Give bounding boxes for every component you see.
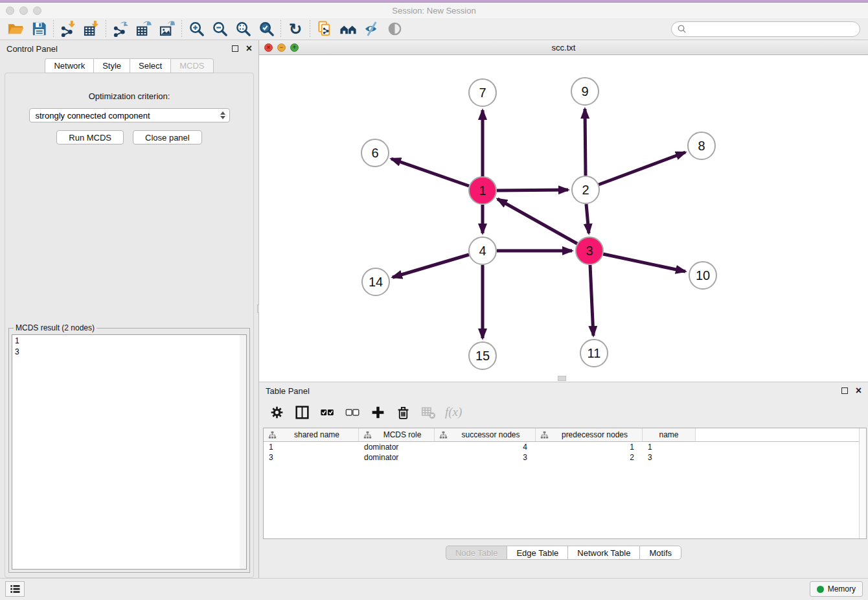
node-11[interactable]: 11 [580, 339, 608, 367]
toolbar-separator [181, 20, 182, 38]
node-4[interactable]: 4 [468, 237, 497, 265]
tab-style[interactable]: Style [93, 58, 130, 73]
cell-shared-name[interactable]: 3 [264, 452, 359, 463]
table-scrollbar[interactable] [859, 428, 866, 538]
close-panel-icon[interactable]: × [246, 43, 252, 54]
edge-3-11 [590, 265, 593, 336]
tab-edge-table[interactable]: Edge Table [507, 546, 567, 560]
new-network-from-selection-icon[interactable] [313, 19, 336, 39]
table-type-tabs: Node Table Edge Table Network Table Moti… [259, 539, 868, 566]
column-header-predecessor-nodes[interactable]: predecessor nodes [536, 428, 643, 441]
node-15[interactable]: 15 [468, 341, 497, 370]
horizontal-divider-grip[interactable] [558, 376, 566, 381]
close-panel-button[interactable]: Close panel [133, 130, 202, 144]
save-session-icon[interactable] [27, 19, 51, 39]
float-panel-icon[interactable] [232, 45, 238, 52]
node-2[interactable]: 2 [571, 176, 600, 204]
fit-content-icon[interactable] [231, 19, 255, 39]
close-table-panel-icon[interactable]: × [856, 386, 862, 396]
edge-2-3 [586, 204, 589, 233]
node-7[interactable]: 7 [468, 78, 497, 107]
status-bar: Memory [0, 578, 868, 599]
node-label: 9 [581, 84, 588, 99]
cell-predecessor-nodes[interactable]: 1 [536, 442, 643, 452]
memory-button[interactable]: Memory [810, 581, 863, 597]
apply-layout-icon[interactable]: ↻ [284, 19, 307, 39]
first-neighbors-icon[interactable] [336, 19, 360, 39]
open-session-icon[interactable] [4, 19, 27, 39]
network-canvas[interactable]: 7 9 6 8 1 2 4 3 14 10 15 11 [259, 55, 868, 382]
run-mcds-button[interactable]: Run MCDS [56, 130, 124, 144]
tab-mcds[interactable]: MCDS [170, 58, 213, 73]
export-image-icon[interactable] [155, 19, 179, 39]
tab-motifs[interactable]: Motifs [639, 546, 681, 560]
cell-successor-nodes[interactable]: 4 [435, 442, 536, 452]
criterion-dropdown[interactable]: strongly connected component [29, 108, 230, 122]
table-toolbar: f(x) [259, 399, 868, 425]
cell-mcds-role[interactable]: dominator [359, 442, 435, 452]
optimization-criterion-label: Optimization criterion: [5, 91, 253, 101]
result-scrollbar[interactable] [240, 335, 246, 569]
node-8[interactable]: 8 [687, 132, 716, 160]
toolbar-separator [310, 20, 310, 38]
import-network-icon[interactable] [56, 19, 80, 39]
column-header-shared-name[interactable]: shared name [264, 428, 359, 441]
import-table-icon[interactable] [80, 19, 103, 39]
zoom-out-icon[interactable] [208, 19, 231, 39]
deselect-all-rows-icon[interactable] [344, 404, 361, 421]
search-icon [677, 24, 687, 34]
show-columns-icon[interactable] [293, 404, 310, 421]
column-label: predecessor nodes [550, 430, 639, 439]
hide-selected-icon[interactable] [360, 19, 383, 39]
float-table-panel-icon[interactable] [841, 387, 848, 394]
table-row[interactable]: 1 dominator 4 1 1 [264, 442, 866, 452]
cell-name[interactable]: 1 [643, 442, 696, 452]
column-header-mcds-role[interactable]: MCDS role [359, 428, 435, 441]
cell-shared-name[interactable]: 1 [264, 442, 359, 452]
column-label: MCDS role [373, 430, 431, 439]
node-label: 14 [369, 275, 383, 290]
delete-rows-icon[interactable] [394, 404, 411, 421]
mcds-result-title: MCDS result (2 nodes) [14, 323, 97, 332]
table-panel-title: Table Panel [266, 386, 310, 396]
cell-successor-nodes[interactable]: 3 [435, 452, 536, 463]
column-header-successor-nodes[interactable]: successor nodes [435, 428, 536, 441]
cell-mcds-role[interactable]: dominator [359, 452, 435, 463]
node-10[interactable]: 10 [689, 261, 717, 290]
node-label: 8 [698, 139, 705, 154]
node-9[interactable]: 9 [571, 77, 599, 106]
tab-network-table[interactable]: Network Table [567, 546, 639, 560]
select-all-rows-icon[interactable] [319, 404, 336, 421]
tab-select[interactable]: Select [130, 58, 170, 73]
add-row-icon[interactable] [369, 404, 386, 421]
node-label: 15 [475, 349, 490, 363]
node-14[interactable]: 14 [361, 268, 390, 296]
task-history-button[interactable] [5, 581, 25, 597]
zoom-selected-icon[interactable] [255, 19, 278, 39]
tab-network[interactable]: Network [45, 58, 93, 73]
table-row[interactable]: 3 dominator 3 2 3 [264, 452, 866, 463]
cell-name[interactable]: 3 [643, 452, 696, 463]
node-1[interactable]: 1 [468, 176, 497, 205]
tab-node-table[interactable]: Node Table [446, 546, 507, 560]
cell-predecessor-nodes[interactable]: 2 [536, 452, 643, 463]
export-network-icon[interactable] [109, 19, 132, 39]
show-all-icon[interactable] [383, 19, 406, 39]
column-label: name [645, 430, 692, 439]
edge-3-10 [603, 254, 685, 271]
session-title: Session: New Session [0, 6, 868, 16]
node-3[interactable]: 3 [575, 237, 604, 265]
search-field[interactable] [671, 21, 860, 37]
search-input[interactable] [687, 25, 854, 34]
node-label: 2 [582, 183, 589, 198]
table-panel-header: Table Panel × [259, 382, 868, 399]
export-table-icon[interactable] [132, 19, 155, 39]
control-panel-header: Control Panel × [0, 40, 258, 57]
node-6[interactable]: 6 [361, 139, 389, 167]
zoom-in-icon[interactable] [185, 19, 208, 39]
control-panel: Control Panel × Network Style Select MCD… [0, 40, 259, 578]
mcds-result-text[interactable]: 1 3 [12, 334, 247, 570]
toolbar-separator [53, 20, 54, 38]
table-options-gear-icon[interactable] [268, 404, 285, 421]
column-header-name[interactable]: name [643, 428, 696, 441]
